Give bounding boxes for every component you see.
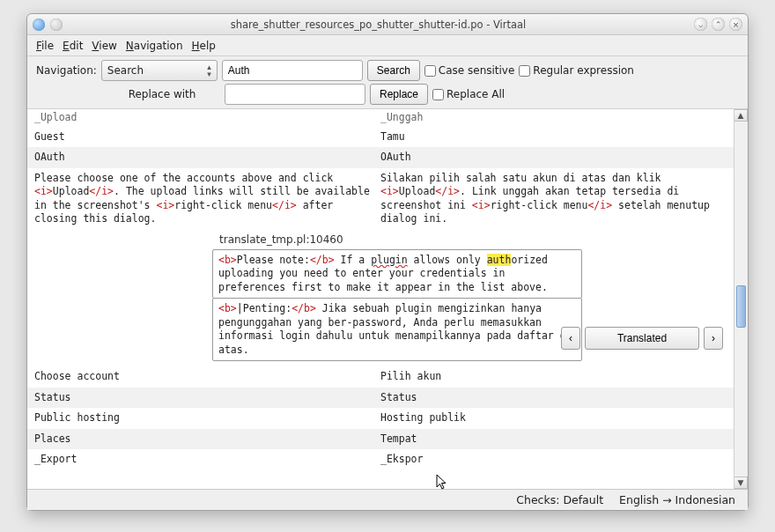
replace-input[interactable]	[225, 84, 365, 105]
table-row[interactable]: Guest Tamu	[27, 127, 734, 148]
search-button[interactable]: Search	[367, 60, 420, 81]
menu-view[interactable]: View	[92, 40, 116, 52]
search-input[interactable]	[222, 60, 363, 81]
replace-with-label: Replace with	[104, 88, 220, 100]
titlebar: share_shutter_resources_po_shutter_shutt…	[27, 14, 748, 35]
scroll-down-icon[interactable]: ▼	[734, 477, 748, 489]
search-toolbar: Navigation: Search ▴▾ Search Case sensit…	[27, 56, 748, 109]
table-row[interactable]: Places Tempat	[27, 429, 734, 450]
maximize-button[interactable]: ⌃	[712, 18, 725, 31]
vertical-scrollbar[interactable]: ▲ ▼	[734, 109, 748, 489]
app-icon	[33, 18, 45, 31]
translation-list[interactable]: _Upload _Unggah Guest Tamu OAuth OAuth P…	[27, 109, 734, 489]
table-row[interactable]: _Export _Ekspor	[27, 449, 734, 470]
replace-button[interactable]: Replace	[370, 84, 428, 105]
scrollbar-thumb[interactable]	[736, 285, 746, 328]
titlebar-menu-icon[interactable]	[50, 18, 63, 31]
replace-all-checkbox[interactable]: Replace All	[432, 88, 505, 100]
table-row[interactable]: Status Status	[27, 388, 734, 409]
unit-location: translate_tmp.pl:10460	[212, 232, 582, 249]
menu-navigation[interactable]: Navigation	[126, 40, 183, 52]
table-row[interactable]: Public hosting Hosting publik	[27, 408, 734, 429]
case-sensitive-checkbox[interactable]: Case sensitive	[424, 64, 515, 77]
menubar: File Edit View Navigation Help	[27, 35, 748, 56]
minimize-button[interactable]: ⌵	[694, 18, 707, 31]
navigation-mode-value: Search	[107, 64, 144, 77]
close-button[interactable]: ×	[729, 18, 742, 31]
menu-edit[interactable]: Edit	[63, 40, 83, 52]
table-row[interactable]: OAuth OAuth	[27, 147, 734, 168]
mark-translated-button[interactable]: Translated	[585, 327, 699, 350]
scroll-up-icon[interactable]: ▲	[734, 109, 748, 122]
combo-arrows-icon: ▴▾	[207, 63, 211, 78]
language-pair[interactable]: English → Indonesian	[619, 493, 735, 506]
navigation-label: Navigation:	[36, 64, 97, 77]
prev-unit-button[interactable]: ‹	[561, 327, 580, 350]
table-row[interactable]: Please choose one of the accounts above …	[27, 168, 734, 230]
table-row[interactable]: Choose account Pilih akun	[27, 366, 734, 388]
menu-help[interactable]: Help	[192, 40, 216, 52]
next-unit-button[interactable]: ›	[704, 327, 723, 350]
target-text-box[interactable]: <b>|Penting:</b> Jika sebuah plugin meng…	[212, 298, 582, 361]
table-row[interactable]: _Upload _Unggah	[27, 109, 734, 127]
source-text-box[interactable]: <b>Please note:</b> If a plugin allows o…	[212, 249, 582, 299]
regex-checkbox[interactable]: Regular expression	[519, 64, 634, 77]
window-title: share_shutter_resources_po_shutter_shutt…	[63, 18, 694, 31]
navigation-mode-combo[interactable]: Search ▴▾	[101, 60, 218, 81]
menu-file[interactable]: File	[36, 40, 54, 52]
statusbar: Checks: Default English → Indonesian	[27, 489, 748, 510]
checks-status[interactable]: Checks: Default	[516, 493, 603, 506]
